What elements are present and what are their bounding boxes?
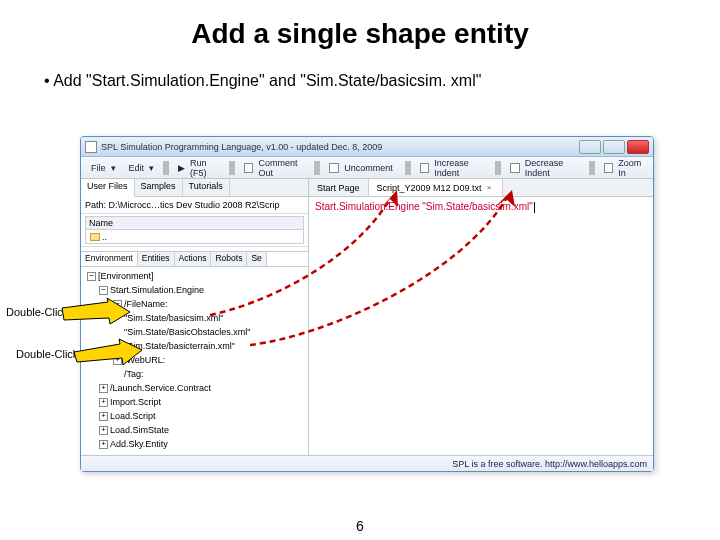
minimize-button[interactable] (579, 140, 601, 154)
tree-launch[interactable]: +/Launch.Service.Contract (83, 381, 306, 395)
app-icon (85, 141, 97, 153)
comment-icon (244, 163, 254, 173)
collapse-icon[interactable]: − (113, 300, 122, 309)
toolbar: File ▾ Edit ▾ ▶ Run (F5) Comment Out Unc… (81, 157, 653, 179)
path-value: D:\Microcc…tics Dev Studio 2008 R2\Scrip (109, 200, 280, 210)
env-tab-robots[interactable]: Robots (211, 252, 247, 266)
menu-edit[interactable]: Edit ▾ (123, 163, 158, 173)
page-number: 6 (0, 518, 720, 534)
close-button[interactable] (627, 140, 649, 154)
folder-icon (90, 233, 100, 241)
tree-load-simstate[interactable]: +Load.SimState (83, 423, 306, 437)
titlebar: SPL Simulation Programming Language, v1.… (81, 137, 653, 157)
tree-view: −[Environment] −Start.Simulation.Engine … (81, 267, 308, 455)
name-header: Name (85, 216, 304, 230)
tree-filename[interactable]: −/FileName: (83, 297, 306, 311)
increase-indent-icon (420, 163, 430, 173)
increase-indent-button[interactable]: Increase Indent (417, 158, 489, 178)
menu-file[interactable]: File ▾ (85, 163, 119, 173)
uncomment-button[interactable]: Uncomment (326, 163, 399, 173)
tree-add-sky[interactable]: +Add.Sky.Entity (83, 437, 306, 451)
left-pane: User Files Samples Tutorials Path: D:\Mi… (81, 179, 309, 455)
slide-title: Add a single shape entity (0, 18, 720, 50)
zoom-in-icon (604, 163, 614, 173)
callout-double-click-2: Double-Click (14, 348, 80, 360)
tab-tutorials[interactable]: Tutorials (183, 179, 230, 196)
tree-import[interactable]: +Import.Script (83, 395, 306, 409)
code-editor[interactable]: Start.Simulation.Engine "Sim.State/basic… (309, 197, 653, 455)
expand-icon[interactable]: + (99, 398, 108, 407)
code-line: Start.Simulation.Engine "Sim.State/basic… (315, 201, 533, 212)
env-tab-entities[interactable]: Entities (138, 252, 175, 266)
path-label: Path: (85, 200, 106, 210)
expand-icon[interactable]: + (99, 384, 108, 393)
tree-file-0[interactable]: "Sim.State/basicsim.xml" (83, 311, 306, 325)
tree-weburl[interactable]: +/WebURL: (83, 353, 306, 367)
text-caret (534, 202, 535, 213)
collapse-icon[interactable]: − (99, 286, 108, 295)
status-footer: SPL is a free software. http://www.hello… (81, 455, 653, 471)
tree-root[interactable]: −[Environment] (83, 269, 306, 283)
collapse-icon[interactable]: − (87, 272, 96, 281)
uncomment-icon (329, 163, 339, 173)
expand-icon[interactable]: + (99, 440, 108, 449)
tree-file-1[interactable]: "Sim.State/BasicObstacles.xml" (83, 325, 306, 339)
env-tab-se[interactable]: Se (247, 252, 266, 266)
tree-start-sim[interactable]: −Start.Simulation.Engine (83, 283, 306, 297)
tab-start-page[interactable]: Start Page (309, 179, 369, 196)
application-window: SPL Simulation Programming Language, v1.… (80, 136, 654, 472)
expand-icon[interactable]: + (99, 412, 108, 421)
expand-icon[interactable]: + (113, 356, 122, 365)
tab-samples[interactable]: Samples (135, 179, 183, 196)
env-tab-environment[interactable]: Environment (81, 252, 138, 266)
name-value-row[interactable]: .. (85, 230, 304, 244)
maximize-button[interactable] (603, 140, 625, 154)
env-tab-actions[interactable]: Actions (175, 252, 212, 266)
tab-script[interactable]: Script_Y2009 M12 D09.txt × (369, 179, 503, 196)
path-row: Path: D:\Microcc…tics Dev Studio 2008 R2… (81, 197, 308, 214)
bullet-text: Add "Start.Simulation.Engine" and "Sim.S… (44, 72, 720, 90)
decrease-indent-button[interactable]: Decrease Indent (507, 158, 583, 178)
tree-load-script[interactable]: +Load.Script (83, 409, 306, 423)
tab-user-files[interactable]: User Files (81, 179, 135, 197)
tree-tag[interactable]: /Tag: (83, 367, 306, 381)
name-value: .. (102, 232, 107, 242)
tree-file-2[interactable]: "Sim.State/basicterrain.xml" (83, 339, 306, 353)
window-title: SPL Simulation Programming Language, v1.… (101, 142, 579, 152)
right-pane: Start Page Script_Y2009 M12 D09.txt × St… (309, 179, 653, 455)
zoom-in-button[interactable]: Zoom In (601, 158, 649, 178)
comment-out-button[interactable]: Comment Out (241, 158, 308, 178)
decrease-indent-icon (510, 163, 520, 173)
close-icon[interactable]: × (485, 183, 494, 192)
expand-icon[interactable]: + (99, 426, 108, 435)
callout-double-click-1: Double-Click (4, 306, 70, 318)
run-button[interactable]: ▶ Run (F5) (175, 158, 223, 178)
